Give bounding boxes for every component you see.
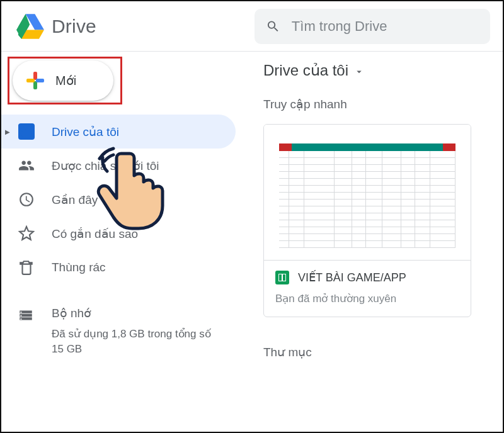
logo-block[interactable]: Drive xyxy=(16,13,243,40)
chevron-down-icon xyxy=(353,66,365,77)
breadcrumb-label: Drive của tôi xyxy=(263,62,348,79)
trash-icon xyxy=(18,259,35,276)
sheets-icon xyxy=(275,271,289,284)
search-input[interactable] xyxy=(292,18,479,35)
card-title: VIẾT BÀI GAME/APP xyxy=(298,271,406,284)
breadcrumb-my-drive[interactable]: Drive của tôi xyxy=(263,62,503,79)
storage-icon xyxy=(18,306,35,323)
sidebar-item-label: Có gắn dấu sao xyxy=(52,227,138,241)
drive-icon xyxy=(18,123,35,140)
quick-access-card[interactable]: VIẾT BÀI GAME/APP Bạn đã mở thường xuyên xyxy=(263,124,471,317)
sidebar: Mới ▶ Drive của tôi Được chia sẻ với tôi… xyxy=(1,52,247,432)
clock-icon xyxy=(18,191,35,208)
new-button[interactable]: Mới xyxy=(13,60,113,101)
search-bar[interactable] xyxy=(255,9,490,44)
plus-icon xyxy=(26,72,44,89)
storage-label: Bộ nhớ xyxy=(52,306,215,320)
storage-usage-text: Đã sử dụng 1,8 GB trong tổng số 15 GB xyxy=(52,327,215,357)
sidebar-item-label: Thùng rác xyxy=(52,261,106,274)
sidebar-item-recent[interactable]: Gần đây xyxy=(1,183,236,216)
card-subtitle: Bạn đã mở thường xuyên xyxy=(275,292,459,305)
header: Drive xyxy=(1,1,503,52)
star-icon xyxy=(18,225,35,242)
sidebar-item-starred[interactable]: Có gắn dấu sao xyxy=(1,216,236,250)
folders-heading: Thư mục xyxy=(263,345,503,359)
sidebar-item-trash[interactable]: Thùng rác xyxy=(1,250,236,284)
chevron-right-icon: ▶ xyxy=(5,128,10,135)
quick-access-heading: Truy cập nhanh xyxy=(263,97,503,111)
sidebar-item-shared[interactable]: Được chia sẻ với tôi xyxy=(1,149,236,183)
main-content: Drive của tôi Truy cập nhanh VIẾT BÀI GA… xyxy=(247,52,503,432)
search-icon xyxy=(266,18,280,35)
sidebar-nav: ▶ Drive của tôi Được chia sẻ với tôi Gần… xyxy=(1,115,247,284)
people-icon xyxy=(18,157,35,174)
new-button-label: Mới xyxy=(55,73,76,88)
card-preview xyxy=(264,125,471,261)
sidebar-item-label: Drive của tôi xyxy=(52,125,119,139)
sidebar-item-my-drive[interactable]: ▶ Drive của tôi xyxy=(1,115,236,149)
sidebar-item-label: Gần đây xyxy=(52,193,98,207)
sidebar-item-storage[interactable]: Bộ nhớ Đã sử dụng 1,8 GB trong tổng số 1… xyxy=(1,306,247,357)
app-title: Drive xyxy=(52,16,96,37)
sidebar-item-label: Được chia sẻ với tôi xyxy=(52,159,159,173)
drive-logo-icon xyxy=(16,13,44,40)
